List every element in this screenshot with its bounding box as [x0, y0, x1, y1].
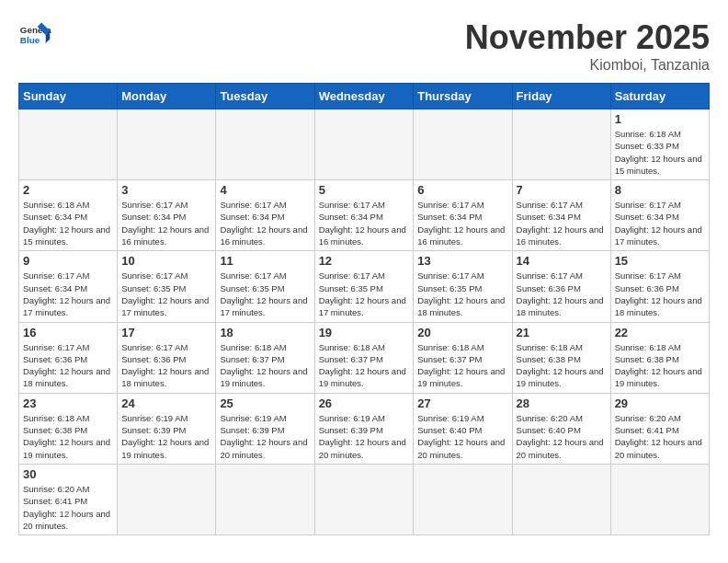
day-number: 17	[121, 326, 211, 339]
weekday-header-monday: Monday	[118, 84, 216, 109]
calendar-cell	[414, 464, 512, 534]
svg-text:Blue: Blue	[20, 35, 40, 45]
logo: General Blue	[18, 18, 51, 52]
calendar-cell: 23Sunrise: 6:18 AM Sunset: 6:38 PM Dayli…	[19, 393, 118, 464]
weekday-header-friday: Friday	[512, 84, 610, 109]
day-info: Sunrise: 6:19 AM Sunset: 6:40 PM Dayligh…	[417, 412, 507, 461]
calendar-cell: 21Sunrise: 6:18 AM Sunset: 6:38 PM Dayli…	[512, 322, 610, 393]
calendar-cell: 2Sunrise: 6:18 AM Sunset: 6:34 PM Daylig…	[19, 180, 118, 251]
day-info: Sunrise: 6:17 AM Sunset: 6:34 PM Dayligh…	[23, 270, 113, 318]
day-number: 12	[319, 254, 410, 268]
day-info: Sunrise: 6:18 AM Sunset: 6:38 PM Dayligh…	[23, 412, 113, 461]
day-number: 28	[517, 396, 607, 410]
day-number: 13	[417, 254, 507, 268]
calendar-week-row: 23Sunrise: 6:18 AM Sunset: 6:38 PM Dayli…	[19, 393, 710, 464]
day-info: Sunrise: 6:19 AM Sunset: 6:39 PM Dayligh…	[319, 412, 410, 461]
calendar-cell	[512, 464, 610, 534]
day-number: 22	[615, 326, 705, 339]
day-number: 8	[615, 183, 705, 197]
calendar-cell: 30Sunrise: 6:20 AM Sunset: 6:41 PM Dayli…	[19, 464, 118, 534]
calendar-week-row: 16Sunrise: 6:17 AM Sunset: 6:36 PM Dayli…	[19, 322, 710, 393]
day-info: Sunrise: 6:19 AM Sunset: 6:39 PM Dayligh…	[121, 412, 211, 461]
day-info: Sunrise: 6:20 AM Sunset: 6:41 PM Dayligh…	[23, 483, 113, 532]
calendar-cell: 3Sunrise: 6:17 AM Sunset: 6:34 PM Daylig…	[118, 180, 216, 251]
calendar-cell: 28Sunrise: 6:20 AM Sunset: 6:40 PM Dayli…	[512, 393, 610, 464]
calendar-cell	[314, 109, 414, 180]
calendar-cell: 20Sunrise: 6:18 AM Sunset: 6:37 PM Dayli…	[414, 322, 512, 393]
day-number: 16	[23, 326, 113, 339]
calendar-cell: 26Sunrise: 6:19 AM Sunset: 6:39 PM Dayli…	[314, 393, 414, 464]
day-number: 11	[220, 254, 310, 268]
calendar-cell: 6Sunrise: 6:17 AM Sunset: 6:34 PM Daylig…	[414, 180, 512, 251]
page-header: General Blue November 2025 Kiomboi, Tanz…	[18, 18, 710, 74]
calendar-cell: 17Sunrise: 6:17 AM Sunset: 6:36 PM Dayli…	[118, 322, 216, 393]
calendar-cell: 27Sunrise: 6:19 AM Sunset: 6:40 PM Dayli…	[414, 393, 512, 464]
calendar-cell: 12Sunrise: 6:17 AM Sunset: 6:35 PM Dayli…	[314, 251, 414, 322]
calendar-cell: 7Sunrise: 6:17 AM Sunset: 6:34 PM Daylig…	[512, 180, 610, 251]
calendar-cell	[610, 464, 709, 534]
day-info: Sunrise: 6:17 AM Sunset: 6:34 PM Dayligh…	[121, 199, 211, 247]
calendar-cell: 9Sunrise: 6:17 AM Sunset: 6:34 PM Daylig…	[19, 251, 118, 322]
calendar-week-row: 1Sunrise: 6:18 AM Sunset: 6:33 PM Daylig…	[19, 109, 710, 180]
day-number: 10	[121, 254, 211, 268]
calendar-cell	[414, 109, 512, 180]
weekday-header-tuesday: Tuesday	[216, 84, 314, 109]
calendar-cell: 22Sunrise: 6:18 AM Sunset: 6:38 PM Dayli…	[610, 322, 709, 393]
day-info: Sunrise: 6:17 AM Sunset: 6:36 PM Dayligh…	[517, 270, 607, 318]
day-number: 14	[517, 254, 607, 268]
day-number: 6	[417, 183, 507, 197]
location: Kiomboi, Tanzania	[465, 57, 710, 74]
calendar-cell: 4Sunrise: 6:17 AM Sunset: 6:34 PM Daylig…	[216, 180, 314, 251]
calendar-cell	[512, 109, 610, 180]
day-info: Sunrise: 6:17 AM Sunset: 6:36 PM Dayligh…	[121, 341, 211, 390]
calendar-cell: 5Sunrise: 6:17 AM Sunset: 6:34 PM Daylig…	[314, 180, 414, 251]
weekday-header-wednesday: Wednesday	[314, 84, 414, 109]
logo-icon: General Blue	[18, 18, 51, 52]
calendar-week-row: 2Sunrise: 6:18 AM Sunset: 6:34 PM Daylig…	[19, 180, 710, 251]
day-info: Sunrise: 6:17 AM Sunset: 6:36 PM Dayligh…	[23, 341, 113, 390]
weekday-header-row: SundayMondayTuesdayWednesdayThursdayFrid…	[19, 84, 710, 109]
day-number: 26	[319, 396, 410, 410]
calendar-cell	[118, 109, 216, 180]
day-info: Sunrise: 6:18 AM Sunset: 6:37 PM Dayligh…	[220, 341, 310, 390]
calendar-cell: 8Sunrise: 6:17 AM Sunset: 6:34 PM Daylig…	[610, 180, 709, 251]
weekday-header-sunday: Sunday	[19, 84, 118, 109]
day-info: Sunrise: 6:17 AM Sunset: 6:36 PM Dayligh…	[615, 270, 705, 318]
day-info: Sunrise: 6:18 AM Sunset: 6:38 PM Dayligh…	[517, 341, 607, 390]
day-number: 30	[23, 467, 113, 481]
day-info: Sunrise: 6:18 AM Sunset: 6:34 PM Dayligh…	[23, 199, 113, 247]
day-number: 20	[417, 326, 507, 339]
day-number: 1	[615, 112, 705, 126]
day-info: Sunrise: 6:20 AM Sunset: 6:40 PM Dayligh…	[517, 412, 607, 461]
calendar-week-row: 30Sunrise: 6:20 AM Sunset: 6:41 PM Dayli…	[19, 464, 710, 534]
calendar-cell: 14Sunrise: 6:17 AM Sunset: 6:36 PM Dayli…	[512, 251, 610, 322]
calendar-week-row: 9Sunrise: 6:17 AM Sunset: 6:34 PM Daylig…	[19, 251, 710, 322]
weekday-header-thursday: Thursday	[414, 84, 512, 109]
day-info: Sunrise: 6:17 AM Sunset: 6:35 PM Dayligh…	[121, 270, 211, 318]
calendar-cell	[19, 109, 118, 180]
title-area: November 2025 Kiomboi, Tanzania	[465, 18, 710, 74]
day-info: Sunrise: 6:18 AM Sunset: 6:37 PM Dayligh…	[417, 341, 507, 390]
calendar-cell: 16Sunrise: 6:17 AM Sunset: 6:36 PM Dayli…	[19, 322, 118, 393]
day-info: Sunrise: 6:17 AM Sunset: 6:35 PM Dayligh…	[220, 270, 310, 318]
day-number: 27	[417, 396, 507, 410]
calendar-table: SundayMondayTuesdayWednesdayThursdayFrid…	[18, 83, 710, 535]
calendar-cell: 24Sunrise: 6:19 AM Sunset: 6:39 PM Dayli…	[118, 393, 216, 464]
day-info: Sunrise: 6:17 AM Sunset: 6:34 PM Dayligh…	[319, 199, 410, 247]
day-info: Sunrise: 6:18 AM Sunset: 6:33 PM Dayligh…	[615, 128, 705, 177]
day-info: Sunrise: 6:17 AM Sunset: 6:35 PM Dayligh…	[319, 270, 410, 318]
calendar-cell	[314, 464, 414, 534]
day-number: 15	[615, 254, 705, 268]
calendar-cell: 13Sunrise: 6:17 AM Sunset: 6:35 PM Dayli…	[414, 251, 512, 322]
calendar-cell: 29Sunrise: 6:20 AM Sunset: 6:41 PM Dayli…	[610, 393, 709, 464]
day-number: 9	[23, 254, 113, 268]
day-number: 19	[319, 326, 410, 339]
day-number: 2	[23, 183, 113, 197]
calendar-cell: 10Sunrise: 6:17 AM Sunset: 6:35 PM Dayli…	[118, 251, 216, 322]
calendar-cell: 1Sunrise: 6:18 AM Sunset: 6:33 PM Daylig…	[610, 109, 709, 180]
day-info: Sunrise: 6:17 AM Sunset: 6:34 PM Dayligh…	[417, 199, 507, 247]
day-info: Sunrise: 6:19 AM Sunset: 6:39 PM Dayligh…	[220, 412, 310, 461]
day-number: 25	[220, 396, 310, 410]
month-title: November 2025	[465, 18, 710, 57]
day-info: Sunrise: 6:18 AM Sunset: 6:37 PM Dayligh…	[319, 341, 410, 390]
